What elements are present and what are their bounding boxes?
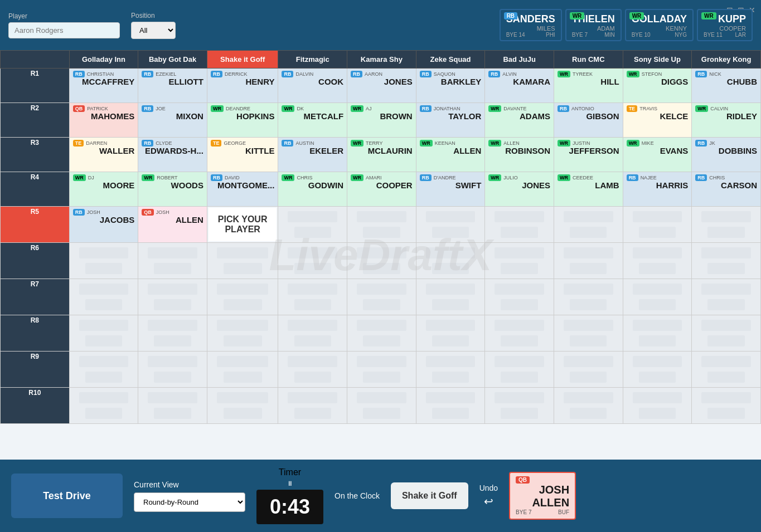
player-cell-1-4[interactable]: WR AJ BROWN	[347, 103, 416, 138]
undo-group[interactable]: Undo ↩	[479, 484, 498, 508]
empty-cell-5-6[interactable]	[485, 243, 554, 279]
empty-cell-8-8[interactable]	[623, 352, 692, 388]
empty-cell-8-5[interactable]	[416, 352, 485, 388]
empty-cell-9-9[interactable]	[692, 388, 761, 424]
empty-cell-7-4[interactable]	[347, 315, 416, 352]
player-cell-0-8[interactable]: WR STEFON DIGGS	[623, 69, 692, 103]
empty-cell-8-3[interactable]	[278, 352, 347, 388]
player-cell-3-3[interactable]: WR CHRIS GODWIN	[278, 172, 347, 207]
undo-icon[interactable]: ↩	[484, 495, 493, 508]
player-cell-0-3[interactable]: RB DALVIN COOK	[278, 69, 347, 103]
empty-cell-7-1[interactable]	[138, 315, 207, 352]
player-cell-2-6[interactable]: WR ALLEN ROBINSON	[485, 138, 554, 172]
empty-cell-6-2[interactable]	[207, 279, 278, 315]
player-cell-0-0[interactable]: RB CHRISTIAN MCCAFFREY	[69, 69, 138, 103]
player-cell-0-5[interactable]: RB SAQUON BARKLEY	[416, 69, 485, 103]
empty-cell-8-6[interactable]	[485, 352, 554, 388]
player-cell-1-7[interactable]: RB ANTONIO GIBSON	[554, 103, 623, 138]
player-cell-3-4[interactable]: WR AMARI COOPER	[347, 172, 416, 207]
empty-cell-8-4[interactable]	[347, 352, 416, 388]
player-cell-2-4[interactable]: WR TERRY MCLAURIN	[347, 138, 416, 172]
player-cell-1-8[interactable]: TE TRAVIS KELCE	[623, 103, 692, 138]
empty-cell-6-5[interactable]	[416, 279, 485, 315]
empty-cell-6-7[interactable]	[554, 279, 623, 315]
player-cell-1-2[interactable]: WR DEANDRE HOPKINS	[207, 103, 278, 138]
empty-cell-8-0[interactable]	[69, 352, 138, 388]
player-cell-0-2[interactable]: RB DERRICK HENRY	[207, 69, 278, 103]
timer-pause-icon[interactable]: ⏸	[287, 480, 293, 487]
board-container[interactable]: LiveDraftX Golladay InnBaby Got DakShake…	[0, 50, 761, 460]
player-cell-3-9[interactable]: RB CHRIS CARSON	[692, 172, 761, 207]
empty-cell-7-9[interactable]	[692, 315, 761, 352]
empty-cell-6-1[interactable]	[138, 279, 207, 315]
player-cell-3-0[interactable]: WR DJ MOORE	[69, 172, 138, 207]
empty-cell-7-8[interactable]	[623, 315, 692, 352]
empty-cell-7-2[interactable]	[207, 315, 278, 352]
empty-cell-4-5[interactable]	[416, 207, 485, 243]
empty-cell-9-2[interactable]	[207, 388, 278, 424]
empty-cell-9-6[interactable]	[485, 388, 554, 424]
empty-cell-7-5[interactable]	[416, 315, 485, 352]
empty-cell-9-7[interactable]	[554, 388, 623, 424]
empty-cell-8-2[interactable]	[207, 352, 278, 388]
empty-cell-5-5[interactable]	[416, 243, 485, 279]
player-cell-1-0[interactable]: QB PATRICK MAHOMES	[69, 103, 138, 138]
player-cell-2-5[interactable]: WR KEENAN ALLEN	[416, 138, 485, 172]
empty-cell-7-6[interactable]	[485, 315, 554, 352]
empty-cell-8-9[interactable]	[692, 352, 761, 388]
player-cell-1-6[interactable]: WR DAVANTE ADAMS	[485, 103, 554, 138]
player-cell-2-1[interactable]: RB CLYDE EDWARDS-H...	[138, 138, 207, 172]
empty-cell-5-3[interactable]	[278, 243, 347, 279]
empty-cell-4-7[interactable]	[554, 207, 623, 243]
empty-cell-5-2[interactable]	[207, 243, 278, 279]
empty-cell-6-8[interactable]	[623, 279, 692, 315]
empty-cell-7-0[interactable]	[69, 315, 138, 352]
current-view-select[interactable]: Round-by-Round By Team	[134, 492, 245, 512]
empty-cell-6-4[interactable]	[347, 279, 416, 315]
empty-cell-5-1[interactable]	[138, 243, 207, 279]
empty-cell-6-6[interactable]	[485, 279, 554, 315]
player-cell-0-1[interactable]: RB EZEKIEL ELLIOTT	[138, 69, 207, 103]
empty-cell-4-6[interactable]	[485, 207, 554, 243]
player-cell-3-1[interactable]: WR ROBERT WOODS	[138, 172, 207, 207]
empty-cell-5-9[interactable]	[692, 243, 761, 279]
empty-cell-4-3[interactable]	[278, 207, 347, 243]
player-cell-2-9[interactable]: RB JK DOBBINS	[692, 138, 761, 172]
player-cell-4-0[interactable]: RB JOSH JACOBS	[69, 207, 138, 243]
empty-cell-4-8[interactable]	[623, 207, 692, 243]
player-cell-2-8[interactable]: WR MIKE EVANS	[623, 138, 692, 172]
empty-cell-5-8[interactable]	[623, 243, 692, 279]
player-cell-2-2[interactable]: TE GEORGE KITTLE	[207, 138, 278, 172]
empty-cell-6-0[interactable]	[69, 279, 138, 315]
player-cell-0-9[interactable]: RB NICK CHUBB	[692, 69, 761, 103]
pick-your-player-cell[interactable]: PICK YOURPLAYER	[207, 207, 278, 243]
player-cell-0-7[interactable]: WR TYREEK HILL	[554, 69, 623, 103]
empty-cell-9-8[interactable]	[623, 388, 692, 424]
player-cell-0-6[interactable]: RB ALVIN KAMARA	[485, 69, 554, 103]
player-cell-1-9[interactable]: WR CALVIN RIDLEY	[692, 103, 761, 138]
player-cell-2-3[interactable]: RB AUSTIN EKELER	[278, 138, 347, 172]
player-cell-0-4[interactable]: RB AARON JONES	[347, 69, 416, 103]
empty-cell-9-5[interactable]	[416, 388, 485, 424]
empty-cell-5-7[interactable]	[554, 243, 623, 279]
empty-cell-5-4[interactable]	[347, 243, 416, 279]
player-cell-3-6[interactable]: WR JULIO JONES	[485, 172, 554, 207]
empty-cell-6-3[interactable]	[278, 279, 347, 315]
player-cell-1-1[interactable]: RB JOE MIXON	[138, 103, 207, 138]
empty-cell-4-9[interactable]	[692, 207, 761, 243]
empty-cell-9-0[interactable]	[69, 388, 138, 424]
empty-cell-7-3[interactable]	[278, 315, 347, 352]
player-cell-3-7[interactable]: WR CEEDEE LAMB	[554, 172, 623, 207]
player-cell-2-0[interactable]: TE DARREN WALLER	[69, 138, 138, 172]
player-cell-3-5[interactable]: RB D'ANDRE SWIFT	[416, 172, 485, 207]
test-drive-button[interactable]: Test Drive	[11, 474, 123, 518]
position-select[interactable]: All QB RB WR TE	[131, 22, 176, 39]
empty-cell-7-7[interactable]	[554, 315, 623, 352]
empty-cell-9-4[interactable]	[347, 388, 416, 424]
empty-cell-5-0[interactable]	[69, 243, 138, 279]
empty-cell-6-9[interactable]	[692, 279, 761, 315]
player-cell-3-2[interactable]: RB DAVID MONTGOME...	[207, 172, 278, 207]
player-cell-4-1[interactable]: QB JOSH ALLEN	[138, 207, 207, 243]
player-cell-1-3[interactable]: WR DK METCALF	[278, 103, 347, 138]
player-cell-2-7[interactable]: WR JUSTIN JEFFERSON	[554, 138, 623, 172]
